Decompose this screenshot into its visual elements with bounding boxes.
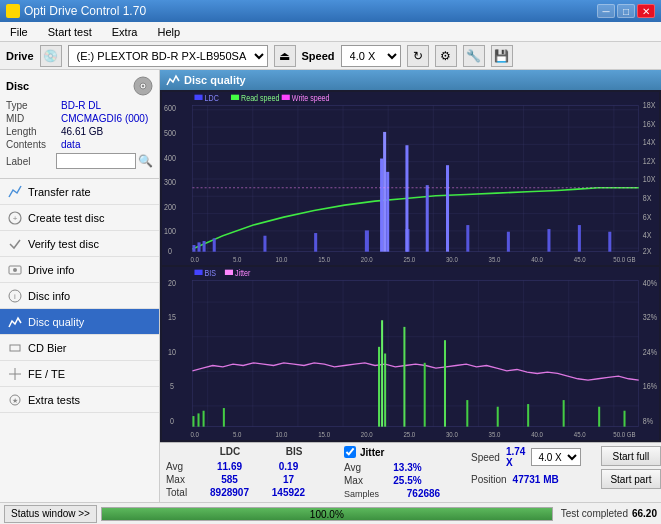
svg-rect-58: [383, 132, 386, 252]
svg-rect-50: [198, 242, 201, 251]
label-input[interactable]: [56, 153, 136, 169]
nav-extra-tests[interactable]: ★ Extra tests: [0, 387, 159, 413]
svg-text:100: 100: [164, 227, 176, 237]
extra-tests-icon: ★: [8, 393, 22, 407]
menu-help[interactable]: Help: [151, 24, 186, 40]
svg-text:14X: 14X: [643, 137, 656, 147]
svg-text:45.0: 45.0: [574, 431, 586, 440]
svg-text:20.0: 20.0: [361, 431, 373, 440]
status-text: Test completed: [561, 508, 628, 519]
disc-type-val: BD-R DL: [61, 100, 101, 111]
svg-text:LDC: LDC: [205, 93, 219, 103]
nav-verify-test-disc[interactable]: Verify test disc: [0, 231, 159, 257]
svg-rect-20: [282, 95, 290, 100]
svg-rect-111: [624, 411, 626, 427]
svg-text:32%: 32%: [643, 312, 658, 322]
menu-start-test[interactable]: Start test: [42, 24, 98, 40]
chart1-svg: LDC Read speed Write speed 600 500 400 3…: [162, 92, 659, 265]
svg-rect-9: [10, 345, 20, 351]
app-icon: [6, 4, 20, 18]
position-value: 47731 MB: [513, 474, 559, 485]
dq-header-icon: [166, 73, 180, 87]
refresh-btn[interactable]: ↻: [407, 45, 429, 67]
disc-contents-val: data: [61, 139, 80, 150]
svg-rect-99: [223, 408, 225, 427]
start-part-btn[interactable]: Start part: [601, 469, 660, 489]
start-full-btn[interactable]: Start full: [601, 446, 660, 466]
svg-text:15.0: 15.0: [318, 431, 330, 440]
label-search-icon[interactable]: 🔍: [138, 154, 153, 168]
nav-disc-info[interactable]: i Disc info: [0, 283, 159, 309]
status-bar: Status window >> 100.0% Test completed 6…: [0, 502, 661, 524]
svg-rect-103: [403, 327, 405, 427]
menu-file[interactable]: File: [4, 24, 34, 40]
jitter-checkbox[interactable]: [344, 446, 356, 458]
total-label: Total: [166, 487, 198, 498]
drive-info-icon: [8, 263, 22, 277]
svg-point-2: [142, 85, 144, 87]
disc-panel-title: Disc: [6, 80, 29, 92]
svg-text:12X: 12X: [643, 156, 656, 166]
progress-text: 100.0%: [102, 509, 552, 520]
svg-rect-97: [198, 413, 200, 426]
nav-drive-info[interactable]: Drive info: [0, 257, 159, 283]
svg-text:i: i: [14, 292, 16, 301]
settings-btn1[interactable]: ⚙: [435, 45, 457, 67]
disc-info-icon: i: [8, 289, 22, 303]
create-test-icon: +: [8, 211, 22, 225]
drive-icon-btn[interactable]: 💿: [40, 45, 62, 67]
status-value: 66.20: [632, 508, 657, 519]
speed-select[interactable]: 4.0 X: [341, 45, 401, 67]
total-ldc: 8928907: [202, 487, 257, 498]
menu-extra[interactable]: Extra: [106, 24, 144, 40]
svg-text:2X: 2X: [643, 246, 652, 256]
svg-text:5.0: 5.0: [233, 431, 241, 440]
svg-rect-52: [213, 238, 216, 251]
svg-text:35.0: 35.0: [489, 431, 501, 440]
eject-btn[interactable]: ⏏: [274, 45, 296, 67]
samples-label: Samples: [344, 489, 392, 499]
svg-rect-63: [466, 225, 469, 252]
svg-text:5.0: 5.0: [233, 256, 241, 265]
settings-btn2[interactable]: 🔧: [463, 45, 485, 67]
avg-ldc: 11.69: [202, 461, 257, 472]
svg-text:40%: 40%: [643, 278, 658, 288]
speed-stat-select[interactable]: 4.0 X: [531, 448, 581, 466]
chart2-wrapper: BIS Jitter 20 15 10 5 0 40% 32% 24% 16% …: [162, 267, 659, 440]
svg-text:30.0: 30.0: [446, 431, 458, 440]
max-bis: 17: [261, 474, 316, 485]
drive-select[interactable]: (E:) PLEXTOR BD-R PX-LB950SA 1.06: [68, 45, 268, 67]
save-btn[interactable]: 💾: [491, 45, 513, 67]
speed-stat-label: Speed: [471, 452, 500, 463]
maximize-btn[interactable]: □: [617, 4, 635, 18]
drive-label: Drive: [6, 50, 34, 62]
stats-panel: LDC BIS Avg 11.69 0.19 Max 585 17 Total …: [160, 442, 661, 502]
svg-text:Read speed: Read speed: [241, 93, 280, 103]
nav-transfer-rate[interactable]: Transfer rate: [0, 179, 159, 205]
svg-text:16%: 16%: [643, 382, 658, 392]
svg-text:0.0: 0.0: [190, 256, 198, 265]
action-buttons: Start full Start part: [601, 446, 660, 489]
minimize-btn[interactable]: ─: [597, 4, 615, 18]
disc-length-key: Length: [6, 126, 61, 137]
nav-cd-bier[interactable]: CD Bier: [0, 335, 159, 361]
svg-text:10.0: 10.0: [276, 431, 288, 440]
svg-rect-67: [608, 232, 611, 252]
avg-label: Avg: [166, 461, 198, 472]
svg-text:35.0: 35.0: [489, 256, 501, 265]
ldc-bis-stats: LDC BIS Avg 11.69 0.19 Max 585 17 Total …: [166, 446, 324, 498]
disc-quality-icon: [8, 315, 22, 329]
svg-text:25.0: 25.0: [403, 256, 415, 265]
svg-rect-107: [497, 407, 499, 427]
svg-text:50.0 GB: 50.0 GB: [613, 431, 636, 440]
nav-disc-quality[interactable]: Disc quality: [0, 309, 159, 335]
nav-fe-te[interactable]: FE / TE: [0, 361, 159, 387]
sidebar: Disc Type BD-R DL MID CMCMAGDI6 (000) L: [0, 70, 160, 502]
nav-create-test-disc[interactable]: + Create test disc: [0, 205, 159, 231]
svg-rect-73: [225, 270, 233, 275]
close-btn[interactable]: ✕: [637, 4, 655, 18]
max-label: Max: [166, 474, 198, 485]
disc-contents-key: Contents: [6, 139, 61, 150]
jitter-max: 25.5%: [380, 475, 435, 486]
status-window-btn[interactable]: Status window >>: [4, 505, 97, 523]
